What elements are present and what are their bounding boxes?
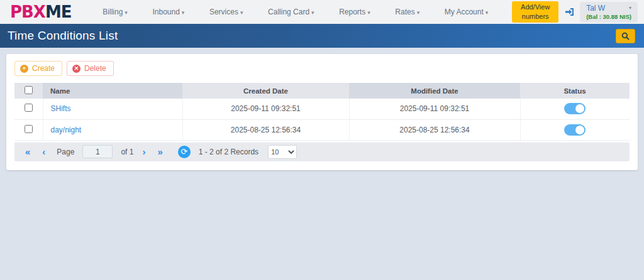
- user-name: Tal W: [586, 4, 605, 13]
- row-checkbox-cell: [14, 119, 43, 140]
- search-button[interactable]: [616, 29, 635, 43]
- records-count: 1 - 2 of 2 Records: [199, 148, 258, 156]
- sign-in-icon[interactable]: [565, 7, 575, 17]
- create-button[interactable]: + Create: [14, 61, 62, 76]
- pagination-bar: « ‹ Page of 1 › » ⟳ 1 - 2 of 2 Records 1…: [14, 143, 630, 161]
- nav-item-rates[interactable]: Rates▾: [395, 8, 419, 16]
- add-view-numbers-button[interactable]: Add/View numbers: [512, 1, 558, 23]
- toggle-knob: [575, 126, 584, 134]
- row-checkbox-cell: [14, 99, 43, 119]
- row-created-cell: 2025-09-11 09:32:51: [182, 99, 349, 119]
- page-label: Page: [57, 148, 74, 156]
- nav-label: Inbound: [152, 8, 179, 16]
- row-modified-cell: 2025-09-11 09:32:51: [349, 99, 520, 119]
- top-navbar: PBXME Billing▾ Inbound▾ Services▾ Callin…: [0, 0, 644, 24]
- time-condition-link[interactable]: SHifts: [51, 104, 71, 113]
- time-conditions-table: Name Created Date Modified Date Status S…: [14, 83, 630, 141]
- x-icon: ✕: [72, 65, 80, 73]
- next-page-icon[interactable]: ›: [139, 147, 148, 156]
- nav-label: My Account: [445, 8, 484, 16]
- chevron-down-icon: ▾: [125, 9, 128, 16]
- chevron-down-icon: ▾: [240, 9, 243, 16]
- refresh-icon[interactable]: ⟳: [178, 146, 191, 158]
- table-row: SHifts 2025-09-11 09:32:51 2025-09-11 09…: [14, 99, 630, 119]
- row-status-cell: [520, 119, 630, 140]
- nav-item-services[interactable]: Services▾: [209, 8, 243, 16]
- main-nav: Billing▾ Inbound▾ Services▾ Calling Card…: [91, 8, 513, 16]
- row-modified-cell: 2025-08-25 12:56:34: [349, 119, 520, 140]
- chevron-down-icon: ▾: [367, 9, 370, 16]
- table-toolbar: + Create ✕ Delete: [14, 61, 630, 76]
- row-name-cell: day/night: [43, 119, 182, 140]
- page-title-bar: Time Conditions List: [0, 24, 644, 48]
- nav-item-reports[interactable]: Reports▾: [339, 8, 370, 16]
- app-root: PBXME Billing▾ Inbound▾ Services▾ Callin…: [0, 0, 644, 170]
- page-of-label: of 1: [121, 148, 133, 156]
- logo-text-me: ME: [45, 3, 72, 21]
- user-menu-row: Tal W ▾: [586, 4, 631, 13]
- nav-item-my-account[interactable]: My Account▾: [445, 8, 489, 16]
- table-row: day/night 2025-08-25 12:56:34 2025-08-25…: [14, 119, 630, 140]
- chevron-down-icon: ▾: [417, 9, 420, 16]
- nav-item-calling-card[interactable]: Calling Card▾: [268, 8, 314, 16]
- select-all-checkbox[interactable]: [25, 86, 33, 94]
- time-condition-link[interactable]: day/night: [51, 126, 82, 134]
- delete-button[interactable]: ✕ Delete: [67, 61, 114, 76]
- nav-item-billing[interactable]: Billing▾: [103, 8, 128, 16]
- search-icon: [621, 32, 630, 40]
- row-status-cell: [520, 99, 630, 119]
- page-size-select[interactable]: 10: [268, 145, 297, 159]
- content-panel: + Create ✕ Delete Name Created Date Modi…: [6, 54, 638, 170]
- logo-text-pbx: PBX: [10, 3, 45, 21]
- toggle-knob: [575, 104, 584, 113]
- table-header: Name Created Date Modified Date Status: [14, 83, 630, 99]
- sign-in-arrow-glyph: [565, 7, 575, 17]
- header-name: Name: [43, 83, 182, 99]
- nav-label: Calling Card: [268, 8, 309, 16]
- chevron-down-icon: ▾: [311, 9, 314, 16]
- chevron-down-icon: ▾: [486, 9, 489, 16]
- header-checkbox-cell: [14, 83, 43, 99]
- pbxme-logo[interactable]: PBXME: [10, 4, 72, 20]
- user-menu[interactable]: Tal W ▾ (Bal : 30.88 NIS): [580, 2, 638, 23]
- row-created-cell: 2025-08-25 12:56:34: [182, 119, 349, 140]
- row-name-cell: SHifts: [43, 99, 182, 119]
- nav-label: Services: [209, 8, 238, 16]
- header-modified-date: Modified Date: [349, 83, 520, 99]
- create-button-label: Create: [32, 64, 55, 73]
- nav-item-inbound[interactable]: Inbound▾: [152, 8, 184, 16]
- chevron-down-icon: ▾: [182, 9, 185, 16]
- delete-button-label: Delete: [84, 64, 106, 73]
- first-page-icon[interactable]: «: [22, 147, 33, 156]
- status-toggle[interactable]: [564, 124, 586, 136]
- status-toggle[interactable]: [564, 103, 586, 114]
- header-created-date: Created Date: [182, 83, 349, 99]
- chevron-down-icon: ▾: [629, 5, 631, 11]
- last-page-icon[interactable]: »: [154, 147, 165, 156]
- prev-page-icon[interactable]: ‹: [39, 147, 48, 156]
- header-status: Status: [520, 83, 630, 99]
- page-title: Time Conditions List: [8, 29, 118, 43]
- nav-label: Reports: [339, 8, 365, 16]
- nav-label: Rates: [395, 8, 414, 16]
- row-checkbox[interactable]: [25, 104, 33, 112]
- page-number-input[interactable]: [82, 145, 113, 158]
- user-balance: (Bal : 30.88 NIS): [586, 13, 631, 20]
- row-checkbox[interactable]: [25, 125, 33, 133]
- plus-icon: +: [20, 65, 28, 73]
- nav-label: Billing: [103, 8, 123, 16]
